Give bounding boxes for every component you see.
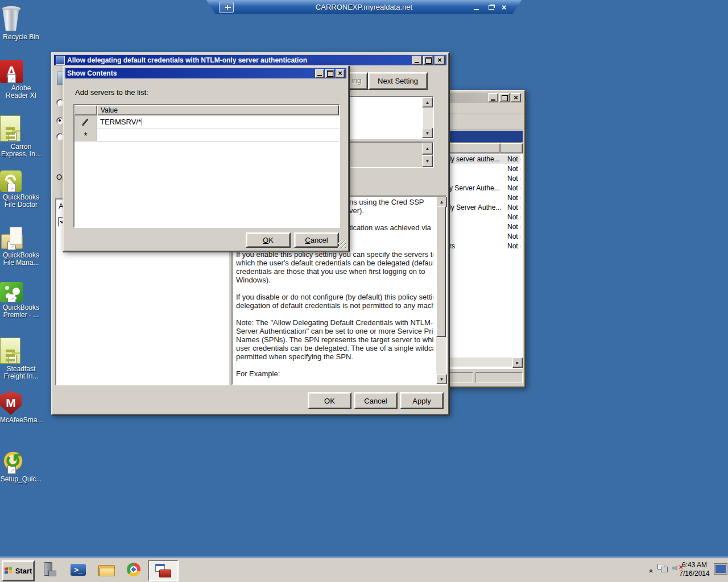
close-icon[interactable] xyxy=(435,56,445,65)
policy-list-row[interactable]: Not c xyxy=(448,232,520,241)
explorer-button[interactable] xyxy=(98,562,115,577)
policy-list-row[interactable]: y Server Authe...Not c xyxy=(448,184,520,193)
maximize-icon[interactable] xyxy=(499,93,510,102)
rdp-connection-bar[interactable]: CARRONEXP.myrealdata.net xyxy=(206,0,522,14)
policy-state-fragment: Not c xyxy=(507,194,520,202)
tray-time: 6:43 AM xyxy=(677,561,712,569)
desktop-icon-label: Adobe Reader XI xyxy=(0,85,42,99)
scrollbar-thumb[interactable] xyxy=(436,206,446,337)
adobe-reader-icon xyxy=(0,60,23,83)
desktop-icon-label: McAfeeSma... xyxy=(0,417,42,424)
close-icon[interactable] xyxy=(336,69,345,78)
help-line: user credentials can be delegated. The u… xyxy=(236,344,433,352)
policy-list-row[interactable]: Not c xyxy=(448,213,520,222)
tray-clock[interactable]: 6:43 AM 7/16/2014 xyxy=(677,561,712,578)
close-icon[interactable] xyxy=(499,3,509,11)
chrome-icon xyxy=(127,563,140,576)
grid-new-row[interactable]: * xyxy=(75,128,339,142)
shortcut-arrow-icon xyxy=(8,132,16,141)
policy-dialog-titlebar[interactable]: Allow delegating default credentials wit… xyxy=(54,55,446,65)
desktop-icon-qb-file-manager[interactable]: QuickBooks File Mana... xyxy=(0,226,42,267)
show-contents-dialog[interactable]: Show Contents Add servers to the list: V… xyxy=(63,65,349,252)
shortcut-arrow-icon xyxy=(7,465,16,474)
server-manager-button[interactable] xyxy=(41,562,58,577)
show-contents-title: Show Contents xyxy=(67,69,314,77)
remote-desktop-icon[interactable] xyxy=(714,564,727,574)
pin-icon[interactable] xyxy=(219,2,234,13)
scroll-down-icon[interactable]: ▼ xyxy=(422,128,433,138)
grid-row[interactable]: TERMSRV/* xyxy=(75,115,339,128)
policy-state-fragment: Not c xyxy=(507,213,520,221)
scroll-up-icon[interactable]: ▲ xyxy=(422,97,433,107)
scroll-up-icon[interactable]: ▲ xyxy=(436,197,447,207)
minimize-icon[interactable] xyxy=(471,3,481,11)
policy-list-row[interactable]: Not c xyxy=(448,164,520,173)
column-header-state[interactable] xyxy=(500,143,523,153)
admin-toolbox-icon xyxy=(155,564,171,577)
network-icon[interactable] xyxy=(657,564,669,573)
desktop-icon-qb-company-file[interactable]: Carron Express, In... xyxy=(0,115,42,158)
restore-icon[interactable] xyxy=(486,3,497,11)
desktop-icon-qb-premier[interactable]: QuickBooks Premier - ... xyxy=(0,282,42,319)
policy-list-row[interactable]: ly Server Authe...Not c xyxy=(448,203,520,212)
comment-scrollbar[interactable]: ▲ ▼ xyxy=(423,97,433,138)
desktop-icon-label: QuickBooks File Mana... xyxy=(0,252,42,267)
supported-on-scrollbar[interactable]: ▲ ▼ xyxy=(423,143,433,167)
scroll-right-icon[interactable]: ► xyxy=(512,357,523,368)
cancel-button[interactable]: Cancel xyxy=(354,392,398,409)
ok-button[interactable]: OK xyxy=(246,232,291,248)
policy-list-row[interactable]: Not c xyxy=(448,174,520,183)
desktop-icon-adobe-reader[interactable]: Adobe Reader XI xyxy=(0,60,42,99)
cancel-button[interactable]: Cancel xyxy=(294,232,339,248)
policy-list-row[interactable]: Not c xyxy=(448,193,520,202)
value-cell[interactable] xyxy=(97,128,339,141)
new-row-marker: * xyxy=(75,128,97,141)
minimize-icon[interactable] xyxy=(488,93,498,102)
apply-button[interactable]: Apply xyxy=(400,392,444,409)
help-line xyxy=(236,284,433,293)
minimize-icon[interactable] xyxy=(315,69,324,78)
show-contents-titlebar[interactable]: Show Contents xyxy=(65,68,346,78)
policy-dialog-icon xyxy=(56,56,65,65)
recycle-bin-icon xyxy=(0,5,22,32)
ok-button[interactable]: OK xyxy=(308,392,351,409)
powershell-button[interactable] xyxy=(69,562,86,577)
desktop-icon-qb-company-file[interactable]: Steadfast Freight In... xyxy=(0,338,42,380)
ok-label: OK xyxy=(324,397,335,405)
help-line: If you disable or do not configure (by d… xyxy=(236,293,433,301)
policy-state-fragment: Not c xyxy=(507,242,520,250)
desktop-icon-recycle-bin[interactable]: Recycle Bin xyxy=(0,5,42,41)
qb-company-file-icon xyxy=(0,115,20,142)
help-scrollbar[interactable]: ▲ ▼ xyxy=(436,197,446,384)
maximize-icon[interactable] xyxy=(325,69,334,78)
desktop-icon-setup-installer[interactable]: Setup_Quic... xyxy=(0,448,42,483)
minimize-icon[interactable] xyxy=(412,56,422,65)
policy-list-row[interactable]: Not c xyxy=(448,222,520,231)
previous-setting-label-fragment: ing xyxy=(351,76,361,85)
resize-grip[interactable] xyxy=(338,240,346,248)
value-cell[interactable]: TERMSRV/* xyxy=(97,115,339,128)
help-line: delegation of default credentials is not… xyxy=(236,301,433,310)
scroll-down-icon[interactable]: ▼ xyxy=(422,155,433,167)
desktop: Recycle BinAdobe Reader XICarron Express… xyxy=(0,0,728,582)
tray-expand-icon[interactable] xyxy=(647,565,655,573)
policy-list-row[interactable]: rsNot c xyxy=(448,242,520,251)
value-column-header: Value xyxy=(97,105,339,115)
help-line: Windows). xyxy=(236,276,433,284)
start-button[interactable]: Start xyxy=(2,560,35,581)
scroll-up-icon[interactable]: ▲ xyxy=(422,143,433,155)
desktop-icon-qb-file-doctor[interactable]: QuickBooks File Doctor xyxy=(0,171,42,209)
qb-premier-icon xyxy=(0,282,23,302)
active-task-button[interactable] xyxy=(148,560,179,581)
close-icon[interactable] xyxy=(511,93,521,102)
scroll-down-icon[interactable]: ▼ xyxy=(436,374,447,384)
cancel-label: Cancel xyxy=(364,397,387,405)
desktop-icon-mcafee[interactable]: McAfeeSma... xyxy=(0,391,42,424)
grid-header-row: Value xyxy=(75,105,339,115)
policy-state-fragment: Not c xyxy=(507,155,520,163)
maximize-icon[interactable] xyxy=(423,56,433,65)
chrome-button[interactable] xyxy=(125,562,142,577)
next-setting-button[interactable]: Next Setting xyxy=(368,72,428,90)
policy-list-row[interactable]: ly server authe...Not c xyxy=(448,155,520,164)
value-grid[interactable]: Value TERMSRV/* * xyxy=(73,104,340,228)
